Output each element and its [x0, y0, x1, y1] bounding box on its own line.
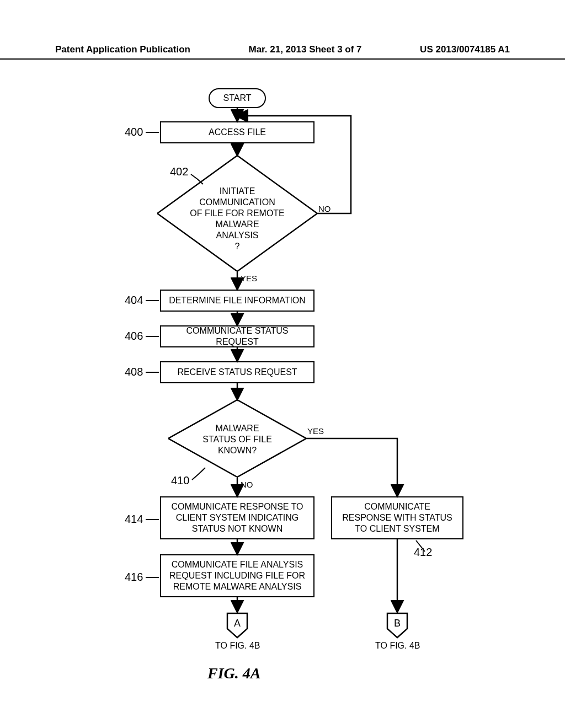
ref-406: 406	[125, 330, 143, 342]
header-right: US 2013/0074185 A1	[420, 44, 510, 55]
process-414: COMMUNICATE RESPONSE TO CLIENT SYSTEM IN…	[160, 496, 315, 539]
process-408: RECEIVE STATUS REQUEST	[160, 361, 315, 383]
process-416: COMMUNICATE FILE ANALYSIS REQUEST INCLUD…	[160, 554, 315, 597]
ref-402: 402	[170, 165, 188, 178]
ref-412: 412	[414, 546, 432, 559]
process-412: COMMUNICATE RESPONSE WITH STATUS TO CLIE…	[331, 496, 463, 539]
ref-408: 408	[125, 366, 143, 378]
process-400: ACCESS FILE	[160, 121, 315, 143]
connector-b: B	[386, 612, 408, 639]
connector-a: A	[226, 612, 248, 639]
branch-410-no: NO	[241, 480, 253, 489]
connector-b-caption: TO FIG. 4B	[375, 641, 420, 651]
process-404: DETERMINE FILE INFORMATION	[160, 290, 315, 312]
connector-a-caption: TO FIG. 4B	[215, 641, 260, 651]
decision-402-text: INITIATE COMMUNICATION OF FILE FOR REMOT…	[157, 186, 317, 252]
ref-404: 404	[125, 294, 143, 307]
decision-410: MALWARE STATUS OF FILE KNOWN?	[168, 400, 306, 477]
figure-title: FIG. 4A	[207, 665, 260, 682]
svg-text:B: B	[394, 618, 401, 629]
ref-414: 414	[125, 513, 143, 526]
process-406: COMMUNICATE STATUS REQUEST	[160, 325, 315, 347]
flowchart: START ACCESS FILE INITIATE COMMUNICATION…	[0, 72, 565, 678]
branch-402-no: NO	[318, 204, 331, 213]
branch-410-yes: YES	[307, 426, 324, 436]
ref-400: 400	[125, 126, 143, 138]
branch-402-yes: YES	[241, 274, 257, 283]
ref-410: 410	[171, 474, 189, 487]
ref-416: 416	[125, 571, 143, 584]
start-terminator: START	[209, 88, 266, 108]
page-header: Patent Application Publication Mar. 21, …	[0, 44, 565, 60]
svg-text:A: A	[234, 618, 241, 629]
header-center: Mar. 21, 2013 Sheet 3 of 7	[249, 44, 362, 55]
decision-410-text: MALWARE STATUS OF FILE KNOWN?	[168, 423, 306, 456]
header-left: Patent Application Publication	[55, 44, 190, 55]
